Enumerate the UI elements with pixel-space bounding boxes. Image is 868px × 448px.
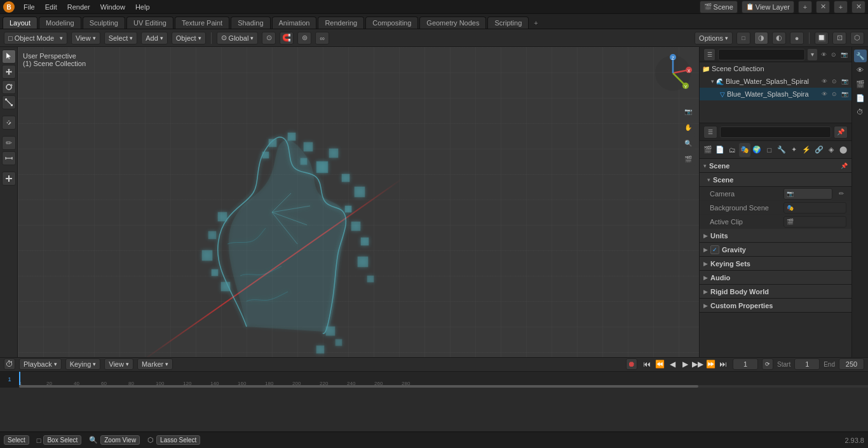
start-frame-input[interactable]: [794, 358, 820, 370]
3d-viewport[interactable]: User Perspective (1) Scene Collection X …: [18, 47, 699, 357]
view-layer-selector[interactable]: 📋 View Layer: [742, 1, 794, 13]
tab-shading[interactable]: Shading: [231, 17, 270, 29]
current-frame-input[interactable]: [733, 358, 758, 370]
menu-render[interactable]: Render: [63, 2, 95, 12]
pivot-selector[interactable]: ⊙: [262, 32, 276, 44]
prev-keyframe-btn[interactable]: ⏪: [654, 358, 665, 370]
audio-section-header[interactable]: ▶ Audio: [700, 271, 851, 285]
outliner-item-spira[interactable]: ▽ Blue_Water_Splash_Spira 👁 ⊙ 📷: [700, 88, 851, 100]
camera-value[interactable]: 📷: [783, 188, 832, 200]
viewport-overlay-toggle[interactable]: ⊡: [832, 32, 846, 44]
viewport-object-menu[interactable]: Object ▾: [172, 32, 206, 44]
next-keyframe-btn[interactable]: ⏩: [705, 358, 716, 370]
active-clip-value[interactable]: 🎬: [783, 216, 846, 227]
view-layer-add-btn[interactable]: +: [834, 1, 848, 13]
props-menu-btn[interactable]: ☰: [703, 126, 717, 139]
camera-view-btn[interactable]: 📷: [681, 104, 695, 118]
play-btn[interactable]: ▶: [679, 358, 691, 370]
scene-collection-row[interactable]: 📁 Scene Collection: [700, 62, 851, 75]
wireframe-btn[interactable]: □: [736, 32, 750, 44]
view-layer-props-icon[interactable]: 🗂: [727, 143, 738, 157]
scene-section-header[interactable]: ▾ Scene 📌: [700, 159, 851, 173]
keying-sets-header[interactable]: ▶ Keying Sets: [700, 257, 851, 271]
rigid-body-header[interactable]: ▶ Rigid Body World: [700, 285, 851, 299]
scene-props-icon[interactable]: 🎭: [739, 143, 750, 157]
tab-scripting[interactable]: Scripting: [487, 17, 529, 29]
outliner-search[interactable]: [718, 49, 805, 60]
properties-search[interactable]: [720, 126, 831, 138]
add-workspace-btn[interactable]: +: [530, 17, 541, 29]
material-props-icon[interactable]: ⬤: [838, 143, 849, 157]
viewport-gizmo[interactable]: X Y Z: [651, 51, 695, 95]
end-frame-input[interactable]: [839, 358, 864, 370]
sync-btn[interactable]: ⟳: [762, 358, 773, 370]
cursor-tool[interactable]: [2, 50, 16, 64]
spira-visibility[interactable]: 👁: [820, 90, 829, 98]
sidebar-output-icon[interactable]: 📄: [854, 92, 867, 104]
physics-props-icon[interactable]: ⚡: [801, 143, 811, 157]
transform-tool[interactable]: [2, 116, 16, 130]
zoom-key[interactable]: Zoom View: [100, 435, 140, 445]
marker-btn[interactable]: Marker ▾: [137, 358, 173, 370]
add-cube-tool[interactable]: [2, 172, 16, 186]
playback-btn[interactable]: Playback ▾: [19, 358, 62, 370]
outliner-item-spiral[interactable]: ▾ 🌊 Blue_Water_Splash_Spiral 👁 ⊙ 📷: [700, 75, 851, 88]
box-select-key[interactable]: Box Select: [43, 435, 81, 445]
mode-selector[interactable]: □ Object Mode ▾: [4, 32, 67, 44]
modifier-props-icon[interactable]: 🔧: [776, 143, 787, 157]
viewport-select-menu[interactable]: Select ▾: [104, 32, 138, 44]
lasso-key[interactable]: Lasso Select: [156, 435, 200, 445]
scale-tool[interactable]: [2, 95, 16, 109]
viewport-options[interactable]: Options ▾: [695, 32, 733, 44]
spira-select[interactable]: ⊙: [830, 90, 839, 98]
outliner-menu-btn[interactable]: ☰: [703, 48, 715, 61]
next-frame-btn[interactable]: ▶▶: [692, 358, 703, 370]
zoom-btn[interactable]: 🔍: [681, 136, 695, 150]
menu-file[interactable]: File: [19, 2, 39, 12]
spiral-render[interactable]: 📷: [840, 77, 849, 86]
select-key[interactable]: Select: [4, 435, 29, 445]
prev-frame-btn[interactable]: ◀: [667, 358, 678, 370]
tab-layout[interactable]: Layout: [3, 17, 37, 29]
solid-shading-btn[interactable]: ◑: [754, 32, 768, 44]
view-layer-remove-btn[interactable]: ✕: [851, 1, 865, 13]
outliner-render-toggle[interactable]: 📷: [840, 50, 848, 59]
viewport-gizmo-toggle[interactable]: 🔲: [815, 32, 829, 44]
rendered-btn[interactable]: ●: [790, 32, 804, 44]
snap-toggle[interactable]: 🧲: [280, 32, 294, 44]
spiral-visibility[interactable]: 👁: [820, 77, 829, 86]
menu-window[interactable]: Window: [96, 2, 130, 12]
render-props-icon[interactable]: 🎬: [702, 143, 713, 157]
tab-sculpting[interactable]: Sculpting: [83, 17, 125, 29]
scene-selector[interactable]: 🎬 Scene: [700, 1, 738, 13]
move-tool[interactable]: [2, 65, 16, 79]
tab-compositing[interactable]: Compositing: [365, 17, 418, 29]
material-preview-btn[interactable]: ◐: [772, 32, 786, 44]
sidebar-tool-icon[interactable]: 🔧: [854, 50, 867, 62]
sidebar-anim-icon[interactable]: ⏱: [854, 105, 867, 118]
menu-help[interactable]: Help: [131, 2, 154, 12]
constraints-props-icon[interactable]: 🔗: [813, 143, 824, 157]
xray-toggle[interactable]: ⬡: [850, 32, 864, 44]
proportional-connected[interactable]: ∞: [315, 32, 329, 44]
timeline-view-btn[interactable]: View ▾: [104, 358, 133, 370]
rotate-tool[interactable]: [2, 80, 16, 94]
keying-btn[interactable]: Keying ▾: [65, 358, 101, 370]
scene-props-pin[interactable]: 📌: [841, 163, 848, 169]
menu-edit[interactable]: Edit: [41, 2, 62, 12]
annotate-tool[interactable]: ✏: [2, 136, 16, 150]
spiral-select[interactable]: ⊙: [830, 77, 839, 86]
tab-uv-editing[interactable]: UV Editing: [126, 17, 173, 29]
tab-texture-paint[interactable]: Texture Paint: [175, 17, 229, 29]
bg-scene-value[interactable]: 🎭: [783, 202, 846, 214]
props-pin-btn[interactable]: 📌: [834, 126, 848, 139]
spira-render[interactable]: 📷: [840, 90, 849, 98]
gravity-section-header[interactable]: ▶ ✓ Gravity: [700, 243, 851, 257]
sidebar-view-icon[interactable]: 👁: [854, 64, 867, 76]
particles-props-icon[interactable]: ✦: [789, 143, 799, 157]
scene-subsection-header[interactable]: ▾ Scene: [700, 173, 851, 187]
timeline-scrollbar-thumb[interactable]: [19, 385, 698, 388]
movie-clip-btn[interactable]: 🎬: [681, 152, 695, 166]
sidebar-render-icon[interactable]: 🎬: [854, 78, 867, 90]
transform-orientation[interactable]: ⊙ Global ▾: [217, 32, 259, 44]
